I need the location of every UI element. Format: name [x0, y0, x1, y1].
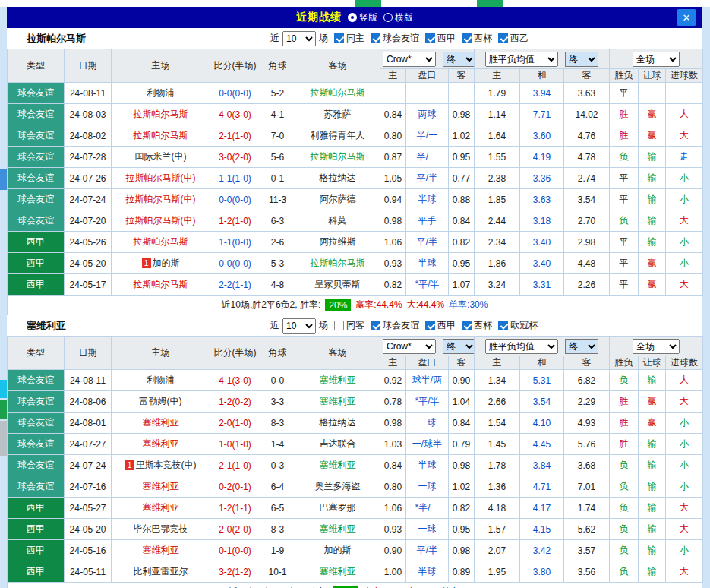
- home-team-cell[interactable]: 塞维利亚: [112, 434, 210, 455]
- home-team-cell[interactable]: 比利亚雷亚尔: [112, 561, 210, 583]
- horizontal-layout-label[interactable]: 横版: [395, 11, 413, 24]
- match-score[interactable]: 0-0(0-0): [210, 189, 260, 210]
- odds-stage-select[interactable]: 终: [443, 339, 474, 354]
- away-team-cell[interactable]: 拉斯帕尔马斯: [295, 147, 380, 168]
- away-team-cell[interactable]: 格拉纳达: [295, 168, 380, 189]
- league-type-cell: 球会友谊: [8, 147, 65, 168]
- match-score[interactable]: 1-1(1-0): [210, 168, 260, 189]
- away-team-cell[interactable]: 格拉纳达: [295, 413, 380, 434]
- recent-count-select[interactable]: 10: [282, 318, 316, 334]
- odds-away-win: 3.57: [564, 540, 610, 561]
- vertical-layout-radio[interactable]: [348, 13, 357, 22]
- match-score[interactable]: 1-1(0-0): [210, 232, 260, 253]
- away-team-cell[interactable]: 加的斯: [295, 540, 380, 561]
- home-team-cell[interactable]: 1加的斯: [112, 253, 210, 274]
- away-team-cell[interactable]: 阿尔萨德: [295, 189, 380, 210]
- league-filter-checkbox-laliga[interactable]: [425, 321, 435, 330]
- away-team-cell[interactable]: 塞维利亚: [295, 519, 380, 540]
- home-team-cell[interactable]: 富勒姆(中): [112, 391, 210, 413]
- league-filter-checkbox-copa[interactable]: [462, 33, 472, 43]
- match-score[interactable]: 3-0(2-0): [210, 147, 260, 168]
- home-team-cell[interactable]: 利物浦: [112, 83, 210, 104]
- away-team-cell[interactable]: 拉斯帕尔马斯: [295, 253, 380, 274]
- home-team-cell[interactable]: 塞维利亚: [112, 540, 210, 561]
- odds-company-select[interactable]: Crow*: [383, 52, 436, 67]
- away-team-cell[interactable]: 利雅得青年人: [295, 125, 380, 147]
- wdl-stage-select[interactable]: 终: [565, 339, 598, 354]
- away-team-cell[interactable]: 皇家贝蒂斯: [295, 274, 380, 296]
- home-team-cell[interactable]: 拉斯帕尔马斯: [112, 232, 210, 253]
- col-away: 客场: [295, 337, 380, 370]
- fulltime-select[interactable]: 全场: [633, 339, 680, 354]
- wdl-average-select[interactable]: 胜平负均值: [485, 52, 558, 67]
- league-filter-checkbox-ucl[interactable]: [498, 321, 508, 330]
- same-venue-checkbox[interactable]: [334, 321, 344, 330]
- away-team-cell[interactable]: 阿拉维斯: [295, 232, 380, 253]
- corner-count: 3-3: [260, 391, 295, 413]
- match-score[interactable]: 1-2(0-2): [210, 391, 260, 413]
- away-team-cell[interactable]: 塞维利亚: [295, 455, 380, 476]
- match-score[interactable]: 4-1(3-0): [210, 370, 260, 391]
- match-score[interactable]: 4-0(3-0): [210, 104, 260, 125]
- home-team-cell[interactable]: 拉斯帕尔马斯: [112, 104, 210, 125]
- league-filter-checkbox-segunda[interactable]: [498, 33, 508, 43]
- match-score[interactable]: 0-0(0-0): [210, 253, 260, 274]
- handicap-line: [406, 83, 449, 104]
- odds-stage-select[interactable]: 终: [443, 52, 474, 67]
- match-score[interactable]: 3-2(1-2): [210, 561, 260, 583]
- wdl-stage-select[interactable]: 终: [565, 52, 598, 67]
- match-score[interactable]: 0-0(0-0): [210, 83, 260, 104]
- close-button[interactable]: ✕: [677, 9, 696, 26]
- home-team-cell[interactable]: 1里斯本竞技(中): [112, 455, 210, 476]
- home-team-cell[interactable]: 毕尔巴鄂竞技: [112, 519, 210, 540]
- result-handicap: 赢: [639, 104, 666, 125]
- away-team-cell[interactable]: 吉达联合: [295, 434, 380, 455]
- home-team-name: 塞维利亚: [143, 481, 179, 492]
- home-team-cell[interactable]: 国际米兰(中): [112, 147, 210, 168]
- match-score[interactable]: 1-2(1-0): [210, 210, 260, 232]
- match-score[interactable]: 0-1(0-0): [210, 540, 260, 561]
- away-team-cell[interactable]: 拉斯帕尔马斯: [295, 83, 380, 104]
- home-team-cell[interactable]: 拉斯帕尔马斯(中): [112, 210, 210, 232]
- match-score[interactable]: 1-0(1-0): [210, 434, 260, 455]
- match-score[interactable]: 2-0(2-0): [210, 519, 260, 540]
- home-team-cell[interactable]: 拉斯帕尔马斯: [112, 125, 210, 147]
- handicap-odds-home: 1.03: [380, 434, 406, 455]
- result-win-lose: 胜: [610, 104, 639, 125]
- home-team-cell[interactable]: 拉斯帕尔马斯(中): [112, 189, 210, 210]
- match-score[interactable]: 2-2(1-1): [210, 274, 260, 296]
- away-team-cell[interactable]: 科莫: [295, 210, 380, 232]
- league-filter-checkbox-copa[interactable]: [462, 321, 472, 330]
- handicap-line: *平/半: [406, 391, 449, 413]
- home-team-cell[interactable]: 利物浦: [112, 370, 210, 391]
- handicap-odds-group: Crow* 终: [380, 49, 475, 69]
- home-team-cell[interactable]: 拉斯帕尔马斯: [112, 274, 210, 296]
- vertical-layout-label[interactable]: 竖版: [359, 11, 377, 24]
- horizontal-layout-radio[interactable]: [383, 13, 393, 22]
- away-team-cell[interactable]: 奥兰多海盗: [295, 476, 380, 498]
- home-team-cell[interactable]: 塞维利亚: [112, 476, 210, 498]
- away-team-cell[interactable]: 塞维利亚: [295, 370, 380, 391]
- league-filter-checkbox-laliga[interactable]: [425, 33, 435, 43]
- wdl-average-select[interactable]: 胜平负均值: [485, 339, 558, 354]
- home-team-cell[interactable]: 拉斯帕尔马斯(中): [112, 168, 210, 189]
- section-header: 拉斯帕尔马斯 近 10 场 同主 球会友谊 西甲 西杯 西乙: [7, 28, 702, 49]
- away-team-cell[interactable]: 巴塞罗那: [295, 498, 380, 519]
- recent-count-select[interactable]: 10: [282, 31, 316, 46]
- league-filter-checkbox-friendly[interactable]: [371, 321, 380, 330]
- home-team-cell[interactable]: 塞维利亚: [112, 413, 210, 434]
- match-score[interactable]: 1-2(1-1): [210, 498, 260, 519]
- away-team-cell[interactable]: 塞维利亚: [295, 561, 380, 583]
- odds-away-win: 2.26: [564, 274, 610, 296]
- home-team-cell[interactable]: 塞维利亚: [112, 498, 210, 519]
- match-score[interactable]: 2-1(1-0): [210, 125, 260, 147]
- away-team-cell[interactable]: 塞维利亚: [295, 391, 380, 413]
- match-score[interactable]: 0-2(0-1): [210, 476, 260, 498]
- fulltime-select[interactable]: 全场: [633, 52, 680, 67]
- same-venue-checkbox[interactable]: [334, 33, 344, 43]
- match-score[interactable]: 2-1(1-0): [210, 455, 260, 476]
- match-score[interactable]: 2-0(1-0): [210, 413, 260, 434]
- league-filter-checkbox-friendly[interactable]: [371, 33, 380, 43]
- away-team-cell[interactable]: 苏雅萨: [295, 104, 380, 125]
- odds-company-select[interactable]: Crow*: [383, 339, 436, 354]
